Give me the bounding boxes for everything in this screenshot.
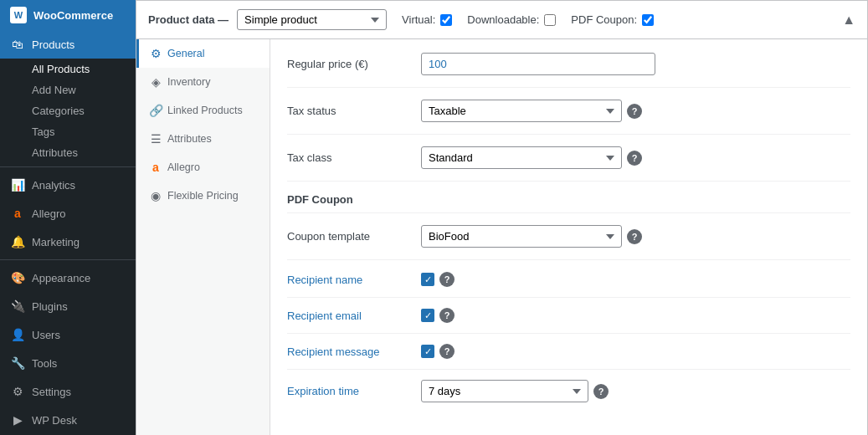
sidebar-item-settings-label: Settings	[32, 386, 71, 398]
pdf-coupon-section-heading: PDF Coupon	[287, 193, 850, 213]
tax-class-select[interactable]: Standard Reduced rate Zero rate	[421, 146, 622, 169]
regular-price-label: Regular price (€)	[287, 53, 421, 70]
recipient-message-row: Recipient message ✓ ?	[287, 344, 850, 370]
pdf-coupon-checkbox-group: PDF Coupon:	[571, 13, 654, 26]
recipient-message-checkbox[interactable]: ✓	[421, 345, 434, 358]
sidebar-sub-attributes[interactable]: Attributes	[0, 142, 136, 163]
recipient-name-label: Recipient name	[287, 274, 421, 286]
product-data-header: Product data — Simple product Variable p…	[136, 0, 868, 38]
sidebar-sub-all-products[interactable]: All Products	[0, 59, 136, 79]
downloadable-checkbox[interactable]	[544, 14, 556, 26]
product-data-label: Product data —	[148, 13, 229, 26]
general-tab-icon: ⚙	[149, 47, 162, 60]
sidebar-divider-2	[0, 259, 136, 260]
tab-navigation: ⚙ General ◈ Inventory 🔗 Linked Products …	[136, 39, 270, 435]
attributes-tab-icon: ☰	[149, 132, 162, 146]
tax-class-label: Tax class	[287, 146, 421, 164]
sidebar-logo: W WooCommerce	[0, 0, 136, 30]
recipient-name-row: Recipient name ✓ ?	[287, 272, 850, 298]
expiration-time-field: 7 days 14 days 30 days 60 days 90 days N…	[421, 380, 609, 402]
tax-class-field: Standard Reduced rate Zero rate ?	[421, 146, 642, 169]
product-data-body: ⚙ General ◈ Inventory 🔗 Linked Products …	[136, 38, 868, 435]
tab-content-area: Regular price (€) Tax status Taxable Shi…	[270, 39, 867, 435]
expiration-time-select[interactable]: 7 days 14 days 30 days 60 days 90 days N…	[421, 380, 588, 402]
recipient-email-row: Recipient email ✓ ?	[287, 308, 850, 334]
regular-price-input[interactable]	[421, 53, 655, 75]
pdf-coupon-header-label: PDF Coupon:	[571, 13, 637, 26]
tax-status-field: Taxable Shipping only None ?	[421, 100, 642, 122]
tax-status-help-icon[interactable]: ?	[627, 104, 642, 119]
sidebar: W WooCommerce 🛍 Products All Products Ad…	[0, 0, 136, 435]
recipient-name-checkbox[interactable]: ✓	[421, 273, 434, 286]
sidebar-item-tools-label: Tools	[32, 357, 57, 370]
sidebar-item-allegro[interactable]: a Allegro	[0, 199, 136, 228]
tools-icon: 🔧	[10, 356, 25, 371]
tax-class-help-icon[interactable]: ?	[627, 151, 642, 166]
categories-label: Categories	[32, 105, 85, 117]
users-icon: 👤	[10, 327, 25, 342]
collapse-button[interactable]: ▲	[842, 13, 855, 28]
marketing-icon: 🔔	[10, 234, 25, 249]
tab-attributes[interactable]: ☰ Attributes	[136, 125, 270, 153]
flexible-pricing-tab-icon: ◉	[149, 189, 162, 202]
virtual-checkbox[interactable]	[440, 14, 452, 26]
sidebar-item-settings[interactable]: ⚙ Settings	[0, 377, 136, 406]
add-new-label: Add New	[32, 84, 76, 96]
sidebar-item-users-label: Users	[32, 329, 60, 341]
general-tab-label: General	[167, 48, 204, 59]
tab-allegro[interactable]: a Allegro	[136, 153, 270, 182]
sidebar-sub-add-new[interactable]: Add New	[0, 79, 136, 100]
recipient-name-field: ✓ ?	[421, 272, 455, 287]
recipient-message-field: ✓ ?	[421, 344, 455, 359]
recipient-name-help-icon[interactable]: ?	[439, 272, 455, 287]
recipient-email-label: Recipient email	[287, 310, 421, 322]
sidebar-item-appearance[interactable]: 🎨 Appearance	[0, 264, 136, 292]
appearance-icon: 🎨	[10, 270, 25, 285]
recipient-email-help-icon[interactable]: ?	[439, 308, 455, 323]
tab-general[interactable]: ⚙ General	[136, 39, 270, 68]
recipient-email-field: ✓ ?	[421, 308, 455, 323]
sidebar-item-products[interactable]: 🛍 Products	[0, 30, 136, 59]
all-products-label: All Products	[32, 63, 90, 75]
tab-inventory[interactable]: ◈ Inventory	[136, 68, 270, 96]
attributes-tab-label: Attributes	[167, 133, 212, 145]
recipient-email-checkbox[interactable]: ✓	[421, 309, 434, 322]
sidebar-item-tools[interactable]: 🔧 Tools	[0, 349, 136, 377]
tab-flexible-pricing[interactable]: ◉ Flexible Pricing	[136, 182, 270, 210]
coupon-template-select[interactable]: BioFood Template 2 Template 3	[421, 225, 622, 248]
regular-price-row: Regular price (€)	[287, 53, 850, 88]
sidebar-item-marketing-label: Marketing	[32, 236, 80, 248]
sidebar-item-marketing[interactable]: 🔔 Marketing	[0, 228, 136, 256]
tax-status-select[interactable]: Taxable Shipping only None	[421, 100, 622, 122]
settings-icon: ⚙	[10, 384, 25, 399]
expiration-time-help-icon[interactable]: ?	[593, 384, 609, 399]
sidebar-item-users[interactable]: 👤 Users	[0, 320, 136, 349]
allegro-icon: a	[10, 206, 25, 221]
allegro-tab-label: Allegro	[167, 161, 200, 173]
expiration-time-label: Expiration time	[287, 385, 421, 397]
sidebar-sub-categories[interactable]: Categories	[0, 100, 136, 121]
wp-desk-icon: ▶	[10, 412, 25, 427]
linked-products-tab-label: Linked Products	[167, 105, 243, 116]
sidebar-item-wp-desk[interactable]: ▶ WP Desk	[0, 406, 136, 434]
main-content: Product data — Simple product Variable p…	[136, 0, 868, 435]
tax-status-row: Tax status Taxable Shipping only None ?	[287, 100, 850, 135]
expiration-time-row: Expiration time 7 days 14 days 30 days 6…	[287, 380, 850, 412]
woo-logo-icon: W	[10, 7, 27, 23]
virtual-label: Virtual:	[402, 13, 435, 26]
sidebar-item-analytics[interactable]: 📊 Analytics	[0, 171, 136, 199]
pdf-coupon-header-checkbox[interactable]	[642, 14, 654, 26]
downloadable-checkbox-group: Downloadable:	[467, 13, 556, 26]
sidebar-item-plugins[interactable]: 🔌 Plugins	[0, 292, 136, 320]
sidebar-sub-tags[interactable]: Tags	[0, 121, 136, 142]
coupon-template-help-icon[interactable]: ?	[627, 229, 642, 244]
tax-status-label: Tax status	[287, 100, 421, 117]
recipient-message-help-icon[interactable]: ?	[439, 344, 455, 359]
regular-price-field	[421, 53, 655, 75]
flexible-pricing-tab-label: Flexible Pricing	[167, 190, 239, 202]
tab-linked-products[interactable]: 🔗 Linked Products	[136, 96, 270, 125]
attributes-label: Attributes	[32, 146, 78, 159]
coupon-template-row: Coupon template BioFood Template 2 Templ…	[287, 225, 850, 260]
product-type-select[interactable]: Simple product Variable product Grouped …	[237, 9, 387, 30]
inventory-tab-icon: ◈	[149, 75, 162, 89]
